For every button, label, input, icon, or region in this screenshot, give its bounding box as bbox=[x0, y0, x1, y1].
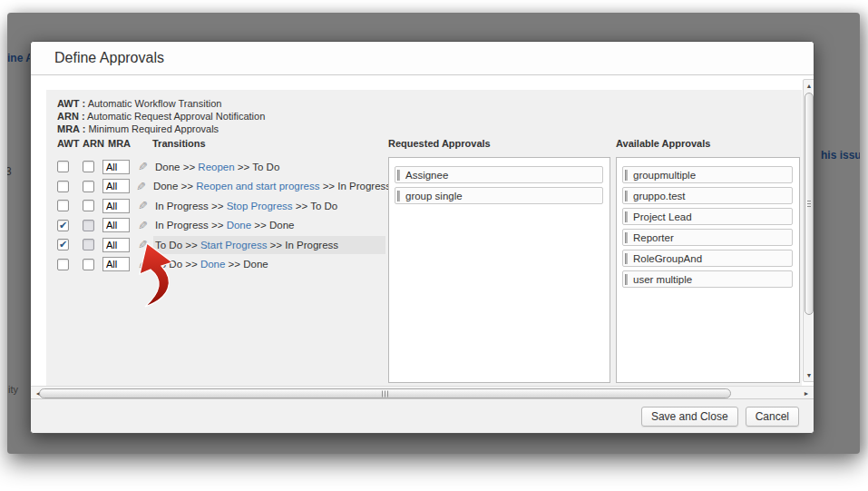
arn-checkbox[interactable] bbox=[83, 239, 94, 250]
arn-checkbox[interactable] bbox=[83, 161, 94, 172]
scroll-down-icon[interactable]: ▼ bbox=[804, 369, 814, 381]
approval-item[interactable]: Reporter bbox=[622, 229, 793, 246]
transition-row: ✎ To Do >> Done >> Done bbox=[46, 255, 385, 275]
transition-label: Done >> Reopen >> To Do bbox=[153, 158, 385, 176]
edit-pencil-icon[interactable]: ✎ bbox=[136, 180, 146, 193]
drag-grip-icon bbox=[625, 211, 628, 222]
requested-approvals-label: Requested Approvals bbox=[388, 138, 491, 149]
horizontal-scrollbar-thumb[interactable] bbox=[39, 388, 731, 398]
approval-item-label: Assignee bbox=[405, 170, 448, 181]
dialog-footer: Save and Close Cancel bbox=[31, 398, 814, 433]
approval-item-label: gruppo.test bbox=[633, 191, 686, 201]
approval-item-label: Project Lead bbox=[633, 211, 692, 222]
approval-item[interactable]: Project Lead bbox=[622, 208, 793, 225]
arn-checkbox[interactable] bbox=[83, 220, 94, 231]
approval-item-label: RoleGroupAnd bbox=[633, 253, 702, 264]
scrollbar-grip-icon bbox=[382, 390, 389, 397]
vertical-scrollbar[interactable]: ▲ ▼ bbox=[803, 79, 814, 382]
transition-row: ✎ In Progress >> Stop Progress >> To Do bbox=[46, 196, 385, 216]
transition-row: ✎ Done >> Reopen >> To Do bbox=[46, 157, 385, 177]
legend-line: AWT : Automatic Workflow Transition bbox=[57, 97, 265, 110]
mra-input[interactable] bbox=[102, 218, 130, 232]
background-text-fragment: his issu bbox=[821, 149, 860, 162]
drag-grip-icon bbox=[625, 232, 628, 243]
available-approvals-label: Available Approvals bbox=[616, 138, 710, 149]
dialog-header: Define Approvals bbox=[31, 42, 814, 75]
approval-item-label: user multiple bbox=[633, 274, 692, 285]
abbreviation-legend: AWT : Automatic Workflow Transition ARN … bbox=[57, 97, 265, 135]
approval-item[interactable]: gruppo.test bbox=[622, 187, 793, 204]
transition-row: ✔ ✎ To Do >> Start Progress >> In Progre… bbox=[46, 235, 385, 255]
drag-grip-icon bbox=[625, 253, 628, 264]
transition-row: ✎ Done >> Reopen and start progress >> I… bbox=[46, 177, 385, 197]
arn-checkbox[interactable] bbox=[83, 200, 94, 211]
save-and-close-button[interactable]: Save and Close bbox=[641, 407, 738, 427]
scrollbar-grip-icon bbox=[807, 201, 811, 208]
drag-grip-icon bbox=[625, 274, 628, 285]
edit-pencil-icon[interactable]: ✎ bbox=[136, 199, 148, 212]
arn-checkbox[interactable] bbox=[83, 181, 94, 192]
requested-approvals-list: Assignee group single bbox=[388, 157, 610, 383]
awt-checkbox[interactable] bbox=[57, 161, 69, 172]
mra-input[interactable] bbox=[102, 160, 130, 174]
awt-checkbox[interactable] bbox=[57, 181, 69, 192]
approval-item[interactable]: groupmultiple bbox=[622, 166, 793, 183]
awt-checkbox[interactable] bbox=[57, 259, 69, 270]
transition-label: In Progress >> Stop Progress >> To Do bbox=[153, 197, 385, 215]
scroll-up-icon[interactable]: ▲ bbox=[804, 80, 814, 92]
transition-label: Done >> Reopen and start progress >> In … bbox=[151, 177, 391, 195]
drag-grip-icon bbox=[397, 170, 400, 181]
approval-item[interactable]: RoleGroupAnd bbox=[622, 250, 793, 267]
vertical-scrollbar-thumb[interactable] bbox=[805, 93, 814, 315]
mra-input[interactable] bbox=[102, 199, 130, 213]
drag-grip-icon bbox=[397, 191, 400, 201]
drag-grip-icon bbox=[625, 170, 628, 181]
arn-checkbox[interactable] bbox=[83, 259, 94, 270]
legend-line: ARN : Automatic Request Approval Notific… bbox=[57, 110, 265, 123]
column-header-mra: MRA bbox=[108, 138, 131, 149]
awt-checkbox[interactable] bbox=[57, 200, 69, 211]
approval-item-label: Reporter bbox=[633, 232, 674, 243]
approval-item[interactable]: user multiple bbox=[622, 270, 793, 288]
edit-pencil-icon[interactable]: ✎ bbox=[136, 219, 148, 232]
transition-label: In Progress >> Done >> Done bbox=[153, 216, 385, 234]
transitions-rows: ✎ Done >> Reopen >> To Do ✎ Done >> Reop… bbox=[46, 157, 385, 274]
background-text-fragment: ity bbox=[8, 384, 18, 395]
dialog-body: AWT : Automatic Workflow Transition ARN … bbox=[31, 76, 814, 400]
column-header-arn: ARN bbox=[83, 138, 104, 149]
approval-item-label: group single bbox=[405, 191, 463, 201]
drag-grip-icon bbox=[625, 191, 628, 201]
define-approvals-dialog: Define Approvals AWT : Automatic Workflo… bbox=[30, 41, 814, 434]
page: ine A 3 his issu ity Define Approvals AW… bbox=[0, 0, 868, 491]
approval-item[interactable]: group single bbox=[395, 187, 603, 204]
legend-line: MRA : Minimum Required Approvals bbox=[57, 123, 265, 135]
awt-checkbox[interactable]: ✔ bbox=[57, 220, 69, 231]
transition-row: ✔ ✎ In Progress >> Done >> Done bbox=[46, 216, 385, 236]
edit-pencil-icon[interactable]: ✎ bbox=[136, 160, 148, 173]
approval-item[interactable]: Assignee bbox=[395, 166, 603, 183]
column-header-transitions: Transitions bbox=[152, 138, 206, 149]
red-arrow-annotation bbox=[125, 241, 190, 309]
cancel-button[interactable]: Cancel bbox=[746, 407, 799, 427]
mra-input[interactable] bbox=[102, 179, 130, 193]
background-text-fragment: 3 bbox=[7, 165, 12, 178]
awt-checkbox[interactable]: ✔ bbox=[57, 239, 69, 250]
available-approvals-list: groupmultiple gruppo.test Project Lead R… bbox=[616, 157, 800, 383]
column-header-awt: AWT bbox=[57, 138, 79, 149]
dialog-title: Define Approvals bbox=[54, 50, 164, 66]
approval-item-label: groupmultiple bbox=[633, 170, 696, 181]
